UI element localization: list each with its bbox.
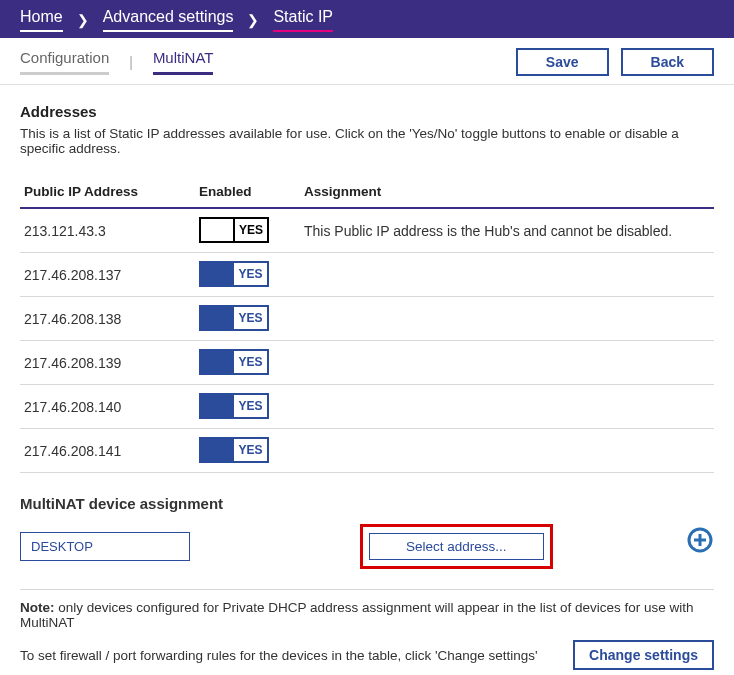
chevron-right-icon: ❯ — [247, 12, 259, 28]
ip-cell: 217.46.208.137 — [20, 253, 195, 297]
breadcrumb: Home ❯ Advanced settings ❯ Static IP — [0, 0, 734, 38]
settings-text: To set firewall / port forwarding rules … — [20, 648, 538, 663]
settings-row: To set firewall / port forwarding rules … — [20, 640, 714, 670]
add-icon[interactable] — [686, 526, 714, 554]
breadcrumb-home[interactable]: Home — [20, 8, 63, 32]
divider — [20, 589, 714, 590]
ip-cell: 217.46.208.140 — [20, 385, 195, 429]
assignment-row: DESKTOP Select address... — [20, 524, 714, 569]
table-row: 217.46.208.139 YES — [20, 341, 714, 385]
table-row: 217.46.208.140 YES — [20, 385, 714, 429]
header-public-ip: Public IP Address — [20, 178, 195, 208]
enabled-toggle: YES — [199, 217, 269, 243]
addresses-title: Addresses — [20, 103, 714, 120]
ip-cell: 217.46.208.141 — [20, 429, 195, 473]
tab-separator: | — [129, 54, 133, 70]
enabled-toggle[interactable]: YES — [199, 437, 269, 463]
select-address-button[interactable]: Select address... — [369, 533, 544, 560]
assignment-cell — [300, 341, 714, 385]
save-button[interactable]: Save — [516, 48, 609, 76]
table-row: 217.46.208.141 YES — [20, 429, 714, 473]
tab-multinat[interactable]: MultiNAT — [153, 49, 214, 75]
assignment-cell — [300, 297, 714, 341]
tab-configuration[interactable]: Configuration — [20, 49, 109, 75]
main-content: Addresses This is a list of Static IP ad… — [0, 85, 734, 675]
highlight-box: Select address... — [360, 524, 553, 569]
change-settings-button[interactable]: Change settings — [573, 640, 714, 670]
tab-row: Configuration | MultiNAT Save Back — [0, 38, 734, 85]
table-row: 217.46.208.137 YES — [20, 253, 714, 297]
multinat-assignment-title: MultiNAT device assignment — [20, 495, 714, 512]
ip-cell: 217.46.208.138 — [20, 297, 195, 341]
assignment-cell — [300, 385, 714, 429]
table-row: 217.46.208.138 YES — [20, 297, 714, 341]
table-row: 213.121.43.3 YES This Public IP address … — [20, 208, 714, 253]
enabled-toggle[interactable]: YES — [199, 261, 269, 287]
ip-cell: 213.121.43.3 — [20, 208, 195, 253]
assignment-cell: This Public IP address is the Hub's and … — [300, 208, 714, 253]
addresses-description: This is a list of Static IP addresses av… — [20, 126, 714, 156]
note-text: Note: only devices configured for Privat… — [20, 600, 714, 630]
header-enabled: Enabled — [195, 178, 300, 208]
ip-cell: 217.46.208.139 — [20, 341, 195, 385]
ip-address-table: Public IP Address Enabled Assignment 213… — [20, 178, 714, 473]
breadcrumb-static-ip[interactable]: Static IP — [273, 8, 333, 32]
assignment-cell — [300, 429, 714, 473]
device-select[interactable]: DESKTOP — [20, 532, 190, 561]
back-button[interactable]: Back — [621, 48, 714, 76]
breadcrumb-advanced-settings[interactable]: Advanced settings — [103, 8, 234, 32]
tabs: Configuration | MultiNAT — [20, 49, 213, 75]
assignment-cell — [300, 253, 714, 297]
enabled-toggle[interactable]: YES — [199, 349, 269, 375]
header-assignment: Assignment — [300, 178, 714, 208]
chevron-right-icon: ❯ — [77, 12, 89, 28]
enabled-toggle[interactable]: YES — [199, 393, 269, 419]
enabled-toggle[interactable]: YES — [199, 305, 269, 331]
action-buttons: Save Back — [516, 48, 714, 76]
